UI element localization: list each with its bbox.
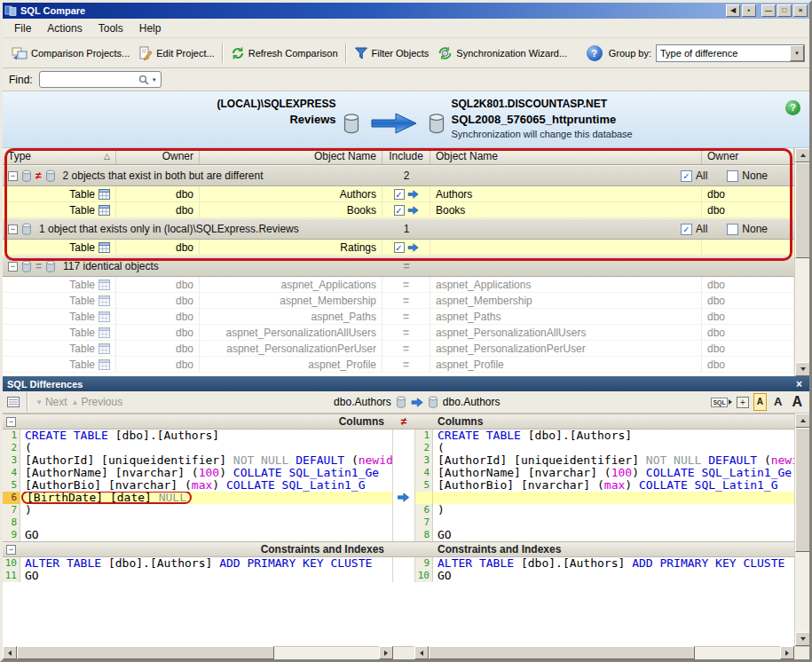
- column-header-type[interactable]: Type △: [3, 148, 116, 164]
- font-size-large-button[interactable]: A: [789, 394, 805, 410]
- object-row[interactable]: Tabledboaspnet_PersonalizationPerUser=as…: [3, 341, 794, 357]
- group-header-row[interactable]: −1 object that exists only in (local)\SQ…: [3, 218, 794, 240]
- close-differences-icon[interactable]: ×: [793, 378, 805, 390]
- include-cell[interactable]: =: [382, 325, 430, 340]
- next-difference-button[interactable]: ▼ Next: [35, 396, 67, 408]
- column-header-include[interactable]: Include: [382, 148, 430, 164]
- collapse-icon[interactable]: −: [6, 417, 16, 427]
- scroll-up-button[interactable]: [795, 414, 809, 428]
- include-cell[interactable]: =: [382, 341, 430, 356]
- include-all-button[interactable]: ✓All: [681, 223, 707, 235]
- restore-panel-button[interactable]: ▪: [742, 4, 756, 17]
- scroll-down-button[interactable]: [795, 362, 809, 376]
- group-header-row[interactable]: −≠2 objects that exist in both but are d…: [3, 165, 794, 186]
- grid-vertical-scrollbar[interactable]: [794, 148, 809, 376]
- include-direction-arrow-icon: [407, 243, 419, 252]
- dock-button[interactable]: ◀: [726, 4, 740, 17]
- column-header-owner-right[interactable]: Owner: [702, 148, 794, 164]
- include-cell[interactable]: ✓: [382, 186, 430, 201]
- scroll-left-button[interactable]: [414, 646, 429, 659]
- include-all-button[interactable]: ✓All: [681, 169, 707, 182]
- find-dropdown-icon[interactable]: ▼: [152, 77, 157, 83]
- include-cell[interactable]: =: [382, 277, 430, 292]
- maximize-button[interactable]: □: [777, 4, 792, 17]
- group-by-select[interactable]: Type of difference ▼: [656, 44, 805, 62]
- comparison-projects-button[interactable]: Comparison Projects...: [7, 43, 134, 64]
- menu-actions[interactable]: Actions: [39, 20, 90, 37]
- sync-wizard-button[interactable]: Synchronization Wizard...: [433, 43, 572, 64]
- object-row[interactable]: Tabledboaspnet_Profile=aspnet_Profiledbo: [3, 357, 794, 373]
- include-cell[interactable]: ✓: [382, 240, 430, 255]
- include-cell[interactable]: =: [382, 357, 430, 372]
- collapse-icon[interactable]: −: [6, 545, 16, 555]
- scroll-right-button[interactable]: [780, 646, 794, 659]
- include-checkbox[interactable]: ✓: [394, 242, 405, 253]
- object-row[interactable]: Tabledboaspnet_Membership=aspnet_Members…: [3, 293, 794, 309]
- right-horizontal-scrollbar[interactable]: [414, 647, 794, 659]
- menu-file[interactable]: File: [6, 20, 39, 37]
- find-input[interactable]: ▼: [39, 71, 162, 88]
- include-none-button[interactable]: None: [727, 169, 768, 182]
- include-checkbox[interactable]: ✓: [394, 189, 405, 200]
- filter-objects-button[interactable]: Filter Objects: [350, 43, 434, 64]
- scroll-thumb[interactable]: [429, 646, 695, 659]
- object-row[interactable]: Tabledboaspnet_PersonalizationAllUsers=a…: [3, 325, 794, 341]
- include-cell[interactable]: ✓: [382, 202, 430, 217]
- object-row[interactable]: TabledboBooks✓Booksdbo: [3, 202, 794, 218]
- previous-difference-button[interactable]: ▲ Previous: [72, 396, 123, 408]
- minimize-button[interactable]: —: [761, 4, 776, 17]
- refresh-comparison-button[interactable]: Refresh Comparison: [226, 43, 343, 64]
- sections-list-icon[interactable]: [7, 397, 20, 407]
- group-header-row[interactable]: −=117 identical objects=: [3, 256, 794, 277]
- object-comparison-grid: Type △ Owner Object Name Include Object …: [3, 148, 809, 376]
- object-name-right-cell: aspnet_Applications: [430, 277, 702, 292]
- differences-vertical-scrollbar[interactable]: [794, 414, 809, 646]
- font-size-medium-button[interactable]: A: [771, 394, 784, 410]
- column-header-owner-left[interactable]: Owner: [116, 148, 200, 164]
- database-icon: [396, 396, 406, 408]
- collapse-icon[interactable]: −: [8, 171, 18, 181]
- source-database-icon: [343, 99, 360, 147]
- left-sql-pane[interactable]: 10ALTER TABLE [dbo].[Authors] ADD PRIMAR…: [3, 557, 393, 582]
- scroll-left-button[interactable]: [3, 646, 17, 659]
- object-row[interactable]: Tabledboaspnet_Applications=aspnet_Appli…: [3, 277, 794, 293]
- edit-project-button[interactable]: Edit Project...: [134, 43, 218, 64]
- title-bar[interactable]: SQL Compare ◀ ▪ — □ ×: [3, 3, 809, 19]
- collapse-icon[interactable]: −: [8, 225, 18, 234]
- scroll-right-button[interactable]: [379, 646, 393, 659]
- include-none-button[interactable]: None: [727, 223, 768, 235]
- object-row[interactable]: Tabledboaspnet_Paths=aspnet_Pathsdbo: [3, 309, 794, 325]
- equal-icon: =: [403, 295, 409, 307]
- find-field[interactable]: [43, 74, 138, 86]
- right-sql-pane[interactable]: 9ALTER TABLE [dbo].[Authors] ADD PRIMARY…: [414, 557, 809, 582]
- object-row[interactable]: TabledboAuthors✓Authorsdbo: [3, 186, 794, 202]
- owner-right-cell: dbo: [702, 341, 794, 356]
- help-icon[interactable]: ?: [587, 45, 603, 61]
- include-cell[interactable]: =: [382, 309, 430, 324]
- column-header-object-right[interactable]: Object Name: [430, 148, 702, 164]
- include-checkbox[interactable]: ✓: [394, 205, 405, 216]
- include-cell[interactable]: =: [382, 293, 430, 308]
- type-cell: Table: [3, 325, 116, 340]
- scroll-thumb[interactable]: [17, 646, 274, 659]
- menu-help[interactable]: Help: [131, 20, 169, 37]
- menu-tools[interactable]: Tools: [91, 20, 131, 37]
- close-button[interactable]: ×: [793, 4, 808, 17]
- sql-script-icon[interactable]: SQL: [711, 398, 731, 407]
- font-size-small-button[interactable]: A: [753, 393, 767, 411]
- left-sql-pane[interactable]: 1CREATE TABLE [dbo].[Authors]2(3[AuthorI…: [3, 430, 393, 541]
- expand-all-button[interactable]: +: [737, 397, 749, 408]
- scroll-up-button[interactable]: [795, 148, 809, 162]
- header-help-icon[interactable]: ?: [785, 100, 800, 115]
- column-header-object-left[interactable]: Object Name: [200, 148, 382, 164]
- chevron-down-icon[interactable]: ▼: [790, 45, 804, 61]
- object-row[interactable]: TabledboRatings✓: [3, 240, 794, 256]
- scroll-thumb[interactable]: [795, 428, 809, 552]
- target-database-icon: [428, 99, 445, 147]
- left-horizontal-scrollbar[interactable]: [3, 647, 393, 659]
- sql-differences-titlebar[interactable]: SQL Differences ×: [3, 376, 809, 391]
- scroll-down-button[interactable]: [795, 632, 809, 646]
- scroll-thumb[interactable]: [795, 162, 809, 258]
- collapse-icon[interactable]: −: [8, 262, 18, 272]
- right-sql-pane[interactable]: 1CREATE TABLE [dbo].[Authors]2(3[AuthorI…: [414, 430, 809, 541]
